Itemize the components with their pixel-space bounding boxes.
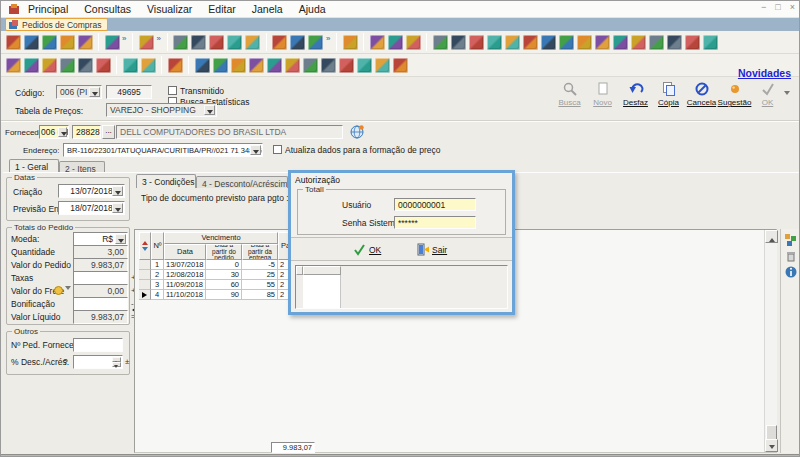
fornecedor-series-dropdown-arrow[interactable]: [58, 127, 67, 137]
toolbar-icon[interactable]: [631, 35, 646, 50]
cancela-button[interactable]: Cancela: [685, 81, 718, 111]
toolbar-icon[interactable]: [613, 35, 628, 50]
toolbar-icon[interactable]: [195, 58, 210, 73]
more-actions-caret[interactable]: [784, 91, 790, 98]
senha-sistema-field[interactable]: ******: [394, 216, 476, 229]
grid-corner-cell[interactable]: [139, 232, 151, 260]
toolbar-icon[interactable]: [667, 35, 682, 50]
transmitido-checkbox[interactable]: [168, 86, 177, 95]
toolbar-icon[interactable]: [290, 35, 305, 50]
toolbar-icon[interactable]: [595, 35, 610, 50]
sugestao-button[interactable]: Sugestão: [718, 81, 751, 111]
toolbar-icon[interactable]: [523, 35, 538, 50]
subtab-desconto[interactable]: 4 - Desconto/Acréscimo: [196, 176, 288, 188]
toolbar-overflow-chevron[interactable]: »: [156, 34, 160, 43]
toolbar-icon[interactable]: [577, 35, 592, 50]
subtab-condicoes[interactable]: 3 - Condições: [136, 174, 196, 188]
tabela-precos-dropdown-arrow[interactable]: [204, 105, 215, 115]
toolbar-overflow-chevron[interactable]: »: [122, 34, 126, 43]
desc-acres-stepper[interactable]: [73, 355, 123, 369]
dialog-grid-cell[interactable]: [303, 275, 341, 308]
toolbar-icon[interactable]: [6, 35, 21, 50]
toolbar-icon[interactable]: [285, 58, 300, 73]
dialog-grid-column-header[interactable]: [303, 266, 341, 275]
busca-button[interactable]: Busca: [553, 81, 586, 111]
toolbar-icon[interactable]: [487, 35, 502, 50]
customize-icon[interactable]: [784, 233, 798, 247]
toolbar-icon[interactable]: [249, 58, 264, 73]
usuario-field[interactable]: 0000000001: [394, 198, 476, 211]
criacao-dropdown-arrow[interactable]: [112, 186, 123, 196]
menu-item-consultas[interactable]: Consultas: [84, 3, 131, 15]
taxas-field[interactable]: [73, 271, 128, 285]
toolbar-icon[interactable]: [24, 35, 39, 50]
toolbar-icon[interactable]: [78, 58, 93, 73]
grid-col-n[interactable]: Nº: [151, 232, 164, 260]
toolbar-icon[interactable]: [141, 58, 156, 73]
copia-button[interactable]: Cópia: [652, 81, 685, 111]
menu-item-principal[interactable]: Principal: [28, 3, 68, 15]
toolbar-icon[interactable]: [559, 35, 574, 50]
toolbar-icon[interactable]: [357, 58, 372, 73]
endereco-dropdown-arrow[interactable]: [250, 145, 261, 155]
toolbar-icon[interactable]: [370, 35, 385, 50]
freight-money-icon[interactable]: [54, 286, 63, 295]
codigo-number-field[interactable]: 49695: [106, 85, 152, 99]
close-icon[interactable]: ×: [790, 2, 795, 12]
toolbar-icon[interactable]: [24, 58, 39, 73]
toolbar-icon[interactable]: [96, 58, 111, 73]
criacao-date-field[interactable]: 13/07/2018: [58, 184, 125, 198]
toolbar-icon[interactable]: [60, 35, 75, 50]
toolbar-icon[interactable]: [406, 35, 421, 50]
toolbar-icon[interactable]: [267, 58, 282, 73]
trash-icon[interactable]: [784, 249, 798, 263]
toolbar-icon[interactable]: [375, 58, 390, 73]
toolbar-icon[interactable]: [168, 58, 183, 73]
info-icon[interactable]: [784, 265, 798, 279]
toolbar-icon[interactable]: [321, 58, 336, 73]
moeda-select[interactable]: R$: [73, 232, 128, 246]
toolbar-icon[interactable]: [6, 58, 21, 73]
toolbar-icon[interactable]: [139, 35, 154, 50]
toolbar-icon[interactable]: [272, 35, 287, 50]
toolbar-icon[interactable]: [339, 58, 354, 73]
scroll-up-button[interactable]: [765, 230, 778, 243]
toolbar-icon[interactable]: [433, 35, 448, 50]
toolbar-icon[interactable]: [451, 35, 466, 50]
menu-item-visualizar[interactable]: Visualizar: [147, 3, 192, 15]
menu-item-janela[interactable]: Janela: [252, 3, 283, 15]
tabela-precos-select[interactable]: VAREJO - SHOPPING: [106, 103, 217, 117]
toolbar-icon[interactable]: [308, 35, 323, 50]
nped-field[interactable]: [73, 338, 123, 352]
stepper-down-arrow[interactable]: [112, 362, 121, 367]
vertical-scrollbar[interactable]: [764, 230, 777, 452]
fornecedor-series-select[interactable]: 006 (PI: [39, 125, 69, 139]
maximize-icon[interactable]: □: [775, 2, 780, 12]
tab-geral[interactable]: 1 - Geral: [9, 159, 59, 173]
minimize-icon[interactable]: −: [761, 2, 766, 12]
grid-col-dias-entrega[interactable]: Dias a partir da entrega: [242, 244, 278, 260]
toolbar-icon[interactable]: [213, 58, 228, 73]
frete-dropdown-caret[interactable]: [65, 286, 71, 293]
toolbar-icon[interactable]: [123, 58, 138, 73]
codigo-series-select[interactable]: 006 (PI: [56, 85, 102, 99]
toolbar-icon[interactable]: [685, 35, 700, 50]
ok-button[interactable]: OK: [751, 81, 784, 111]
toolbar-icon[interactable]: [231, 58, 246, 73]
dialog-ok-button[interactable]: OK: [353, 243, 381, 256]
globe-icon[interactable]: [350, 124, 365, 139]
atualiza-checkbox[interactable]: [273, 145, 282, 154]
tab-pedidos-de-compras[interactable]: Pedidos de Compras: [5, 18, 108, 31]
toolbar-icon[interactable]: [42, 35, 57, 50]
scroll-down-button[interactable]: [765, 439, 778, 452]
toolbar-icon[interactable]: [173, 35, 188, 50]
dialog-sair-button[interactable]: Sair: [416, 243, 447, 256]
toolbar-icon[interactable]: [649, 35, 664, 50]
novidades-link[interactable]: Novidades: [738, 67, 791, 79]
menu-item-editar[interactable]: Editar: [208, 3, 235, 15]
codigo-series-dropdown-arrow[interactable]: [89, 87, 100, 97]
toolbar-icon[interactable]: [245, 35, 260, 50]
endereco-select[interactable]: BR-116/22301/TATUQUARA/CURITIBA/PR//021 …: [63, 143, 263, 157]
bonificacao-field[interactable]: [73, 297, 128, 311]
toolbar-icon[interactable]: [388, 35, 403, 50]
